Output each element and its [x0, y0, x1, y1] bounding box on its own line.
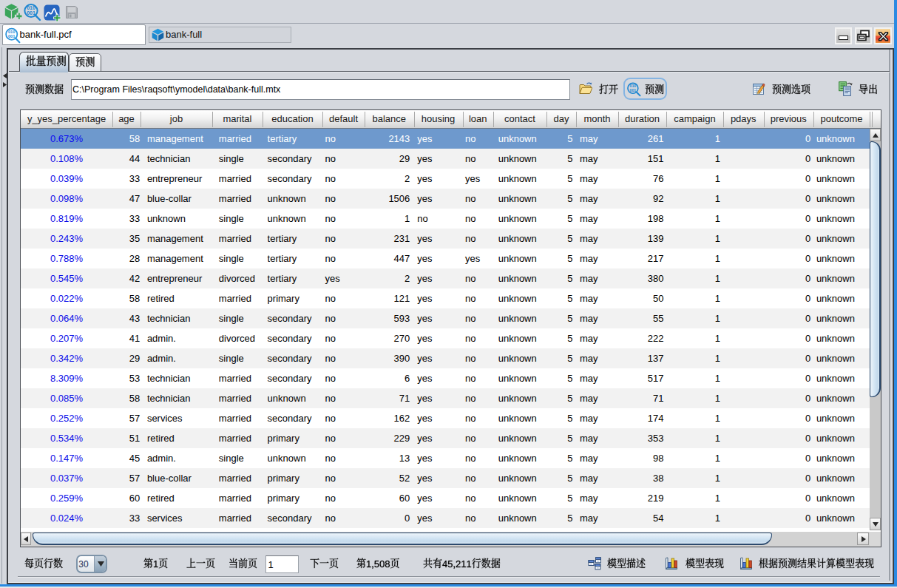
- svg-text:001: 001: [8, 34, 16, 38]
- svg-text:010: 010: [27, 5, 35, 10]
- svg-text:001: 001: [27, 10, 35, 16]
- svg-text:001: 001: [630, 88, 637, 92]
